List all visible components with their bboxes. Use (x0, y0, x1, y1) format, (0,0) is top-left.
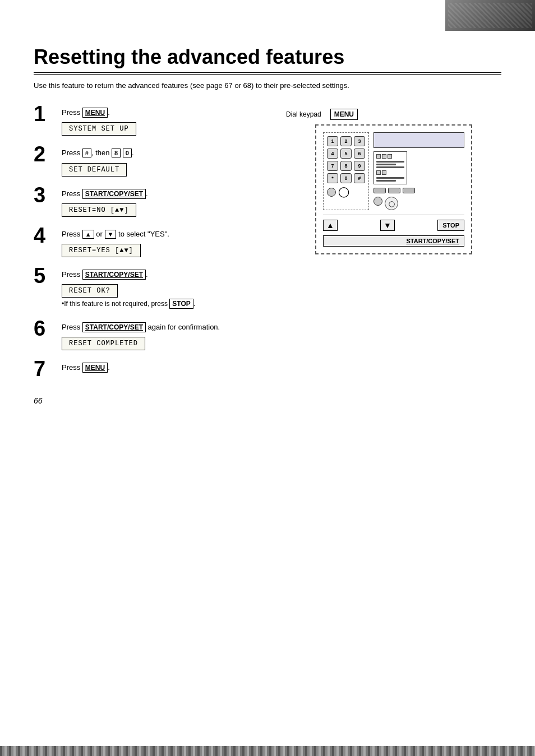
key-9: 9 (354, 161, 365, 171)
step-2-text: Press #, then 8 0. (62, 148, 269, 158)
h-line-5 (376, 180, 396, 182)
step-1: 1 Press MENU. SYSTEM SET UP (34, 103, 269, 136)
start-key-6: START/COPY/SET (82, 322, 146, 332)
lcd-screen (373, 132, 464, 148)
keypad-row-4: * 0 # (327, 173, 365, 183)
fax-bottom-buttons: ▲ ▼ STOP (323, 215, 464, 231)
fax-btn-2 (388, 188, 400, 193)
key-pound: # (354, 173, 365, 183)
key-3: 3 (354, 136, 365, 146)
arrow-up-key: ▲ (82, 230, 94, 239)
fax-inner: 1 2 3 4 5 6 7 8 9 (323, 132, 464, 210)
step-5-lcd: RESET OK? (62, 284, 118, 298)
step-6-text: Press START/COPY/SET again for confirmat… (62, 322, 269, 332)
fax-btn-3 (403, 188, 415, 193)
key-7: 7 (327, 161, 338, 171)
subtitle: Use this feature to return the advanced … (34, 81, 501, 90)
menu-key-1: MENU (82, 108, 108, 118)
start-key-3: START/COPY/SET (82, 189, 146, 199)
content-layout: 1 Press MENU. SYSTEM SET UP 2 Press #, t… (34, 103, 501, 387)
step-number-5: 5 (34, 265, 56, 286)
arrow-up-btn: ▲ (323, 220, 338, 231)
keypad-extras: ◯ (327, 188, 365, 198)
step-7: 7 Press MENU. (34, 358, 269, 379)
arrow-dn-btn: ▼ (380, 220, 395, 231)
device-label-row: Dial keypad MENU (286, 109, 358, 120)
line-group-2 (376, 177, 404, 182)
start-btn-row: START/COPY/SET (323, 235, 464, 247)
key-8: 8 (340, 161, 352, 171)
step-number-3: 3 (34, 184, 56, 206)
step-4-lcd: RESET=YES [▲▼] (62, 244, 141, 257)
step-5-note: •If this feature is not required, press … (62, 300, 269, 308)
step-number-6: 6 (34, 318, 56, 339)
h-line-4 (376, 177, 404, 179)
step-6-lcd: RESET COMPLETED (62, 337, 145, 350)
page-title: Resetting the advanced features (34, 45, 501, 75)
step-1-content: Press MENU. SYSTEM SET UP (62, 103, 269, 136)
sq1 (376, 154, 381, 159)
step-number-7: 7 (34, 358, 56, 379)
steps-column: 1 Press MENU. SYSTEM SET UP 2 Press #, t… (34, 103, 269, 387)
fax-right-panel (373, 151, 407, 184)
step-3-lcd: RESET=NO [▲▼] (62, 203, 136, 217)
step-5-text: Press START/COPY/SET. (62, 270, 269, 280)
fax-diagram: 1 2 3 4 5 6 7 8 9 (315, 124, 472, 254)
keypad-row-2: 4 5 6 (327, 149, 365, 159)
step-number-1: 1 (34, 103, 56, 124)
arrow-dn-key: ▼ (105, 230, 117, 239)
page-number: 66 (34, 396, 43, 405)
button-row-1 (373, 188, 464, 193)
small-squares-2 (376, 170, 404, 175)
step-3: 3 Press START/COPY/SET. RESET=NO [▲▼] (34, 184, 269, 217)
step-5: 5 Press START/COPY/SET. RESET OK? •If th… (34, 265, 269, 310)
button-row-2: ◯ (373, 197, 464, 210)
fax-btn-1 (373, 188, 386, 193)
h-line-3 (376, 166, 404, 168)
sq5 (382, 170, 386, 175)
start-copy-set-btn: START/COPY/SET (323, 235, 464, 247)
device-column: Dial keypad MENU 1 2 3 4 5 (286, 103, 501, 254)
step-1-lcd: SYSTEM SET UP (62, 122, 136, 136)
step-4-text: Press ▲ or ▼ to select "YES". (62, 229, 269, 239)
step-number-4: 4 (34, 225, 56, 246)
key-4: 4 (327, 149, 338, 159)
sq2 (382, 154, 386, 159)
key-2: 2 (340, 136, 352, 146)
key-6: 6 (354, 149, 365, 159)
step-6-content: Press START/COPY/SET again for confirmat… (62, 318, 269, 350)
bottom-decoration (0, 746, 535, 756)
round-button-1 (327, 188, 336, 197)
stop-btn: STOP (437, 220, 464, 231)
key-8: 8 (112, 149, 121, 157)
fax-round-1 (373, 197, 382, 206)
step-number-2: 2 (34, 143, 56, 165)
start-key-5: START/COPY/SET (82, 270, 146, 280)
menu-key-7: MENU (82, 363, 108, 373)
keypad-area: 1 2 3 4 5 6 7 8 9 (323, 132, 369, 210)
key-0: 0 (123, 149, 132, 157)
menu-badge: MENU (330, 109, 358, 120)
sq3 (388, 154, 392, 159)
hash-key: # (82, 149, 91, 157)
h-line-2 (376, 164, 396, 165)
display-area: ◯ (373, 132, 464, 210)
speaker-btn: ◯ (385, 197, 398, 210)
step-6: 6 Press START/COPY/SET again for confirm… (34, 318, 269, 350)
key-1: 1 (327, 136, 338, 146)
keypad-row-1: 1 2 3 (327, 136, 365, 146)
speaker-icon: ◯ (338, 185, 349, 198)
line-group-1 (376, 161, 404, 168)
h-line-1 (376, 161, 404, 163)
step-4: 4 Press ▲ or ▼ to select "YES". RESET=YE… (34, 225, 269, 257)
step-5-content: Press START/COPY/SET. RESET OK? •If this… (62, 265, 269, 310)
dial-keypad-label: Dial keypad (286, 110, 321, 118)
step-2-content: Press #, then 8 0. SET DEFAULT (62, 143, 269, 176)
step-4-content: Press ▲ or ▼ to select "YES". RESET=YES … (62, 225, 269, 257)
keypad-row-3: 7 8 9 (327, 161, 365, 171)
key-zero: 0 (340, 173, 352, 183)
step-1-text: Press MENU. (62, 108, 269, 118)
step-7-content: Press MENU. (62, 358, 269, 376)
key-5: 5 (340, 149, 352, 159)
stop-key: STOP (169, 299, 193, 309)
